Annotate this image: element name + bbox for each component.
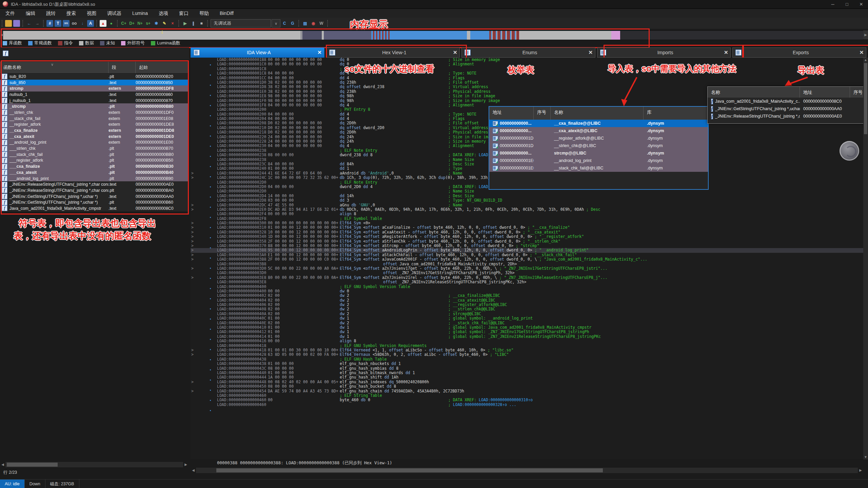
function-row[interactable]: fsub_B20.plt0000000000000B20 xyxy=(0,74,189,80)
listing-line[interactable]: LOAD:00000000000001C000 00 00 00 00 00 0… xyxy=(191,62,863,66)
attach-process-icon[interactable]: C xyxy=(281,20,288,27)
import-row[interactable]: 000000000000...strcmp@@LIBC.dynsym xyxy=(489,149,708,157)
listing-line[interactable]: LOAD:000000000000041401 00dw 1; global s… xyxy=(191,334,863,339)
imports-column-名称[interactable]: 名称 xyxy=(551,107,644,120)
fold-chevron-icon[interactable]: > xyxy=(191,348,194,352)
debug-stop-icon[interactable]: ■ xyxy=(198,20,205,27)
import-row[interactable]: 0000000000001DF0__strlen_chk@@LIBC.dynsy… xyxy=(489,142,708,149)
fold-chevron-icon[interactable]: > xyxy=(191,389,194,393)
import-row[interactable]: 0000000000001E08__stack_chk_fail@@LIBC.d… xyxy=(489,164,708,172)
watch-list-icon[interactable]: W xyxy=(318,20,325,27)
listing-line[interactable]: LOAD:000000000000040A02 00dw 2; strcmp@@… xyxy=(191,312,863,316)
listing-hscrollbar-thumb[interactable] xyxy=(216,468,603,472)
exports-column-地址[interactable]: 地址 xyxy=(800,87,850,98)
open-file-icon[interactable] xyxy=(5,20,12,27)
listing-vscrollbar[interactable]: ▲ ▼ xyxy=(863,58,868,460)
listing-line[interactable]: LOAD:000000000000040202 00dw 2; __cxa_fi… xyxy=(191,293,863,298)
problems-icon[interactable]: ▲ xyxy=(100,20,106,27)
function-row[interactable]: fJava_com_ad2001_frida0x8_MainActivity_c… xyxy=(0,205,189,211)
import-row[interactable]: 000000000000...__cxa_atexit@@LIBC.dynsym xyxy=(489,127,708,135)
listing-line[interactable]: LOAD:00000000000002D414 00 00 00dd 14h; … xyxy=(191,194,863,198)
memory-navigation-band[interactable] xyxy=(3,30,864,40)
listing-line[interactable]: LOAD:0000000000000418; ELF GNU Symbol Ve… xyxy=(191,344,863,348)
tab-close-icon[interactable]: ✕ xyxy=(722,49,730,56)
breakpoint-list-icon[interactable]: ◉ xyxy=(310,20,317,27)
function-row[interactable]: fsub_850.text0000000000000850 xyxy=(0,80,189,86)
listing-line[interactable]: LOAD:000000000000045008 00 00 00elf_gnu_… xyxy=(191,384,863,389)
navigate-forward-icon[interactable]: → xyxy=(34,20,41,27)
fold-chevron-icon[interactable]: > xyxy=(191,276,194,280)
menu-窗口[interactable]: 窗口 xyxy=(174,9,194,18)
fn-scroll-right-icon[interactable]: ▶ xyxy=(183,462,189,467)
menu-调试器[interactable]: 调试器 xyxy=(102,9,127,18)
text-options-icon[interactable]: A xyxy=(87,20,94,27)
make-name-icon[interactable]: N+ xyxy=(137,20,143,27)
fold-chevron-icon[interactable]: > xyxy=(191,221,194,225)
listing-line[interactable]: >LOAD:000000000000031001 00 00 00 12 00 … xyxy=(191,225,863,230)
export-row[interactable]: f_JNIEnv::ReleaseStringUTFChars(_jstring… xyxy=(708,113,868,120)
listing-line[interactable]: LOAD:000000000000040602 00dw 2; __regist… xyxy=(191,303,863,307)
menu-搜索[interactable]: 搜索 xyxy=(61,9,81,18)
navigate-back-icon[interactable]: ← xyxy=(26,20,33,27)
listing-line[interactable]: LOAD:00000000000002F8; ELF Symbol Table xyxy=(191,217,863,221)
listing-scroll-left-icon[interactable]: ◀ xyxy=(191,468,196,473)
function-row[interactable]: f__cxa_atexitextern0000000000001DE0 xyxy=(0,134,189,140)
tab-hex-view-1[interactable]: Hex View-1✕ xyxy=(326,47,460,58)
listing-line[interactable]: >LOAD:00000000000003582F 00 00 00 12 00 … xyxy=(191,239,863,244)
tab-close-icon[interactable]: ✕ xyxy=(315,49,324,56)
fn-hscrollbar[interactable] xyxy=(5,462,183,467)
function-row[interactable]: f_JNIEnv::ReleaseStringUTFChars(_jstring… xyxy=(0,181,189,187)
tab-exports[interactable]: Exports✕ xyxy=(732,47,866,58)
menu-帮助[interactable]: 帮助 xyxy=(194,9,214,18)
search-icon[interactable]: oo xyxy=(71,20,78,27)
fn-column-函数名称[interactable]: 函数名称∨ xyxy=(0,62,108,73)
jump-down-icon[interactable]: ↓ xyxy=(79,20,86,27)
tab-close-icon[interactable]: ✕ xyxy=(451,49,459,56)
script-icon[interactable]: ▤ xyxy=(302,20,309,27)
fn-scroll-left-icon[interactable]: ◀ xyxy=(0,462,5,467)
listing-vscrollbar-thumb[interactable] xyxy=(864,63,867,134)
listing-line[interactable]: >LOAD:0000000000000454DA AE 59 74 B0 A4 … xyxy=(191,389,863,393)
close-button[interactable]: ✕ xyxy=(854,0,868,8)
listing-line[interactable]: >LOAD:000000000000042863 8D 05 00 00 00 … xyxy=(191,352,863,357)
detach-process-icon[interactable]: G xyxy=(289,20,296,27)
maximize-button[interactable]: □ xyxy=(840,0,854,8)
function-row[interactable]: f__android_log_printextern0000000000001E… xyxy=(0,140,189,146)
function-row[interactable]: f___cxa_atexit.plt0000000000000B40 xyxy=(0,169,189,176)
debug-start-icon[interactable]: ▶ xyxy=(182,20,189,27)
tab-close-icon[interactable]: ✕ xyxy=(586,49,595,56)
listing-line[interactable]: >LOAD:000000000000032810 00 00 00 12 00 … xyxy=(191,230,863,235)
listing-line[interactable]: LOAD:0000000000000438; ELF GNU Hash Tabl… xyxy=(191,357,863,362)
debugger-select[interactable]: 无调试器 xyxy=(211,19,271,27)
listing-line[interactable]: LOAD:00000000000002F400 00 00 00align 8 xyxy=(191,212,863,216)
listing-line[interactable]: LOAD:000000000000041001 00dw 1; global s… xyxy=(191,325,863,330)
function-row[interactable]: f__register_atforkextern0000000000001DE8 xyxy=(0,122,189,128)
function-row[interactable]: fnullsub_1.text0000000000000860 xyxy=(0,92,189,98)
function-row[interactable]: f___strlen_chk.plt0000000000000B70 xyxy=(0,145,189,151)
tab-enums[interactable]: Enums✕ xyxy=(461,47,595,58)
listing-line[interactable]: >LOAD:00000000000002DC47 4E 55 00aGnu db… xyxy=(191,203,863,207)
listing-line[interactable]: LOAD:0000000000000460; ELF String Table xyxy=(191,393,863,398)
function-row[interactable]: f__cxa_finalizeextern0000000000001DD8 xyxy=(0,127,189,134)
fold-chevron-icon[interactable]: > xyxy=(191,266,194,271)
debug-pause-icon[interactable]: ∥ xyxy=(190,20,197,27)
function-row[interactable]: fstrcmpextern0000000000001DF8 xyxy=(0,85,189,92)
export-row[interactable]: f_JNIEnv::GetStringUTFChars(_jstring *,u… xyxy=(708,105,868,113)
make-data-icon[interactable]: D+ xyxy=(129,20,135,27)
function-row[interactable]: f___cxa_finalize.plt0000000000000B30 xyxy=(0,163,189,169)
listing-line[interactable]: >LOAD:000000000000038895 00 00 00 12 00 … xyxy=(191,248,863,252)
listing-line[interactable]: LOAD:00000000000001CC04 00 00 00dd 4; Fl… xyxy=(191,76,863,80)
listing-line[interactable]: LOAD:00000000000003E8offset _ZN7_JNIEnv2… xyxy=(191,280,863,284)
fold-chevron-icon[interactable]: > xyxy=(191,257,194,262)
listing-line[interactable]: >LOAD:00000000000003D05C 00 00 00 22 00 … xyxy=(191,266,863,271)
fold-chevron-icon[interactable]: > xyxy=(191,207,194,212)
listing-line[interactable]: LOAD:000000000000043801 00 00 00elf_gnu_… xyxy=(191,362,863,366)
menu-Lumina[interactable]: Lumina xyxy=(127,9,153,18)
save-icon[interactable] xyxy=(13,20,20,27)
menu-编辑[interactable]: 编辑 xyxy=(20,9,41,18)
listing-scroll-down-icon[interactable]: ▼ xyxy=(863,455,868,460)
make-array-icon[interactable]: ✱ xyxy=(153,20,160,27)
fold-chevron-icon[interactable]: > xyxy=(191,230,194,235)
fold-chevron-icon[interactable]: > xyxy=(191,235,194,239)
imports-column-序号[interactable]: 序号 xyxy=(534,107,551,120)
